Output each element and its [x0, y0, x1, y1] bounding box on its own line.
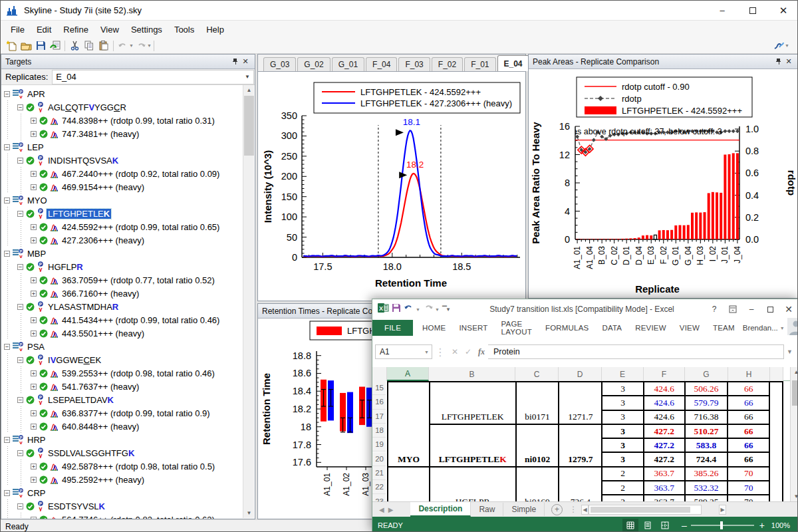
- tree-transition[interactable]: +427.2306+++ (heavy): [1, 233, 243, 247]
- account-menu[interactable]: Brendan... ▼: [743, 324, 785, 332]
- collapse-icon[interactable]: −: [17, 211, 23, 217]
- scroll-down-icon[interactable]: ▼: [244, 508, 254, 518]
- cut-icon[interactable]: [67, 39, 82, 53]
- row-number-16[interactable]: 16: [372, 395, 386, 409]
- cell[interactable]: 506.26: [685, 382, 728, 396]
- tree-transition[interactable]: +492.5878+++ (rdotp 0.98, total ratio 0.…: [1, 460, 243, 473]
- tree-transition[interactable]: +424.5592+++ (rdotp 0.99, total ratio 0.…: [1, 220, 243, 233]
- tree-peptide[interactable]: −PyYLASASTMDHAR: [1, 300, 243, 313]
- cell[interactable]: 716.38: [685, 410, 728, 424]
- replicates-combobox[interactable]: E_04 ▼: [52, 70, 254, 84]
- maximize-button[interactable]: [737, 1, 768, 21]
- expand-icon[interactable]: +: [31, 370, 37, 376]
- pin-icon[interactable]: [773, 57, 783, 67]
- column-header-D[interactable]: D: [559, 367, 602, 381]
- expand-formula-bar-icon[interactable]: ▼: [787, 348, 793, 355]
- cell[interactable]: 3: [602, 452, 644, 466]
- name-box[interactable]: A1 ▼: [375, 344, 432, 359]
- menu-edit[interactable]: Edit: [31, 22, 57, 37]
- scroll-up-icon[interactable]: ▲: [244, 85, 254, 95]
- zoom-level[interactable]: 100%: [771, 521, 790, 529]
- chevron-down-icon[interactable]: ▼: [129, 43, 134, 48]
- expand-icon[interactable]: +: [31, 184, 37, 190]
- ribbon-tab-team[interactable]: TEAM: [706, 320, 741, 336]
- replicate-tab-F_01[interactable]: F_01: [464, 57, 495, 71]
- cell[interactable]: ni0102: [516, 424, 559, 467]
- tree-transition[interactable]: +539.2553++ (rdotp 0.98, total ratio 0.4…: [1, 366, 243, 380]
- cell[interactable]: 579.79: [685, 396, 728, 410]
- collapse-icon[interactable]: −: [17, 304, 23, 310]
- replicate-tab-G_02[interactable]: G_02: [297, 57, 330, 71]
- row-number-17[interactable]: 17: [372, 410, 386, 424]
- minimize-button[interactable]: –: [742, 299, 761, 319]
- tree-peptide[interactable]: −PyLSEPAELTDAVK: [1, 393, 243, 406]
- cancel-icon[interactable]: ✕: [448, 347, 462, 356]
- collapse-icon[interactable]: −: [4, 490, 10, 496]
- scrollbar-thumb[interactable]: [792, 380, 798, 406]
- menu-settings[interactable]: Settings: [125, 22, 168, 37]
- tree-transition[interactable]: +443.5501+++ (heavy): [1, 327, 243, 340]
- replicate-tab-E_04[interactable]: E_04: [497, 55, 529, 71]
- tree-transition[interactable]: +640.8448++ (heavy): [1, 420, 243, 433]
- cell[interactable]: 427.2: [644, 452, 685, 466]
- chevron-down-icon[interactable]: ▼: [435, 307, 440, 312]
- column-header-C[interactable]: C: [515, 367, 559, 381]
- tree-transition[interactable]: +564.7746++ (rdotp 0.83, total ratio 0.6…: [1, 513, 243, 519]
- select-all-corner[interactable]: [372, 367, 387, 381]
- expand-icon[interactable]: +: [31, 384, 37, 390]
- replicate-tab-F_04[interactable]: F_04: [366, 57, 397, 71]
- cell[interactable]: 3: [602, 438, 644, 452]
- tree-transition[interactable]: +363.7059++ (rdotp 0.77, total ratio 0.5…: [1, 273, 243, 287]
- expand-icon[interactable]: +: [31, 410, 37, 416]
- zoom-out-icon[interactable]: –: [682, 520, 687, 531]
- collapse-icon[interactable]: −: [4, 198, 10, 203]
- cell[interactable]: 66: [728, 382, 769, 396]
- cell[interactable]: 3: [602, 410, 644, 424]
- paste-icon[interactable]: [96, 39, 111, 53]
- collapse-icon[interactable]: −: [17, 264, 23, 270]
- cell[interactable]: 70: [728, 481, 769, 495]
- collapse-icon[interactable]: −: [17, 397, 23, 403]
- tree-transition[interactable]: +747.3481++ (heavy): [1, 127, 243, 140]
- sheet-tab-description[interactable]: Description: [410, 502, 471, 517]
- excel-vertical-scrollbar[interactable]: ▲ ▼: [790, 367, 798, 501]
- tree-peptide[interactable]: −PyIVGGWECEK: [1, 353, 243, 366]
- cell[interactable]: 2: [602, 481, 644, 495]
- cell[interactable]: 3: [602, 424, 644, 438]
- new-sheet-icon[interactable]: +: [551, 504, 563, 515]
- cell[interactable]: HGFLPR: [430, 467, 516, 501]
- collapse-icon[interactable]: −: [17, 104, 23, 110]
- copy-icon[interactable]: [82, 39, 96, 53]
- sheet-tab-raw[interactable]: Raw: [471, 503, 503, 516]
- cell[interactable]: 589.25: [685, 495, 728, 501]
- tree-peptide[interactable]: −PyLFTGHPETLEK: [1, 207, 243, 220]
- tree-transition[interactable]: +441.5434+++ (rdotp 0.99, total ratio 0.…: [1, 313, 243, 327]
- cell[interactable]: 724.4: [685, 452, 728, 466]
- tree-transition[interactable]: +636.8377++ (rdotp 0.99, total ratio 0.9…: [1, 406, 243, 420]
- sheet-tab-simple[interactable]: Simple: [503, 503, 545, 516]
- close-icon[interactable]: ✕: [783, 57, 794, 67]
- new-document-icon[interactable]: [4, 39, 19, 53]
- cell[interactable]: 70: [728, 495, 769, 501]
- expand-icon[interactable]: +: [31, 291, 37, 297]
- cell[interactable]: 726.4: [559, 467, 602, 501]
- chevron-down-icon[interactable]: ▼: [416, 307, 420, 312]
- ribbon-tab-file[interactable]: FILE: [372, 320, 413, 336]
- cell[interactable]: 424.6: [644, 396, 685, 410]
- chromatogram-chart[interactable]: LFTGHPETLEK - 424.5592+++LFTGHPETLEK - 4…: [258, 72, 525, 301]
- cell[interactable]: 427.2: [644, 424, 685, 438]
- tree-protein[interactable]: −PyLEP: [1, 140, 243, 154]
- expand-icon[interactable]: +: [31, 118, 37, 124]
- cell[interactable]: bi0171: [516, 382, 559, 424]
- cell[interactable]: 1279.7: [559, 424, 602, 467]
- menu-tools[interactable]: Tools: [168, 22, 200, 37]
- tree-transition[interactable]: +541.7637++ (heavy): [1, 380, 243, 393]
- ribbon-tab-page-layout[interactable]: PAGE LAYOUT: [495, 316, 539, 340]
- ribbon-tab-review[interactable]: REVIEW: [628, 320, 673, 336]
- cell[interactable]: 66: [728, 410, 769, 424]
- undo-icon[interactable]: [404, 303, 414, 315]
- sheet-nav-left-icon[interactable]: ◀: [379, 506, 384, 513]
- column-header-A[interactable]: A: [387, 367, 429, 381]
- collapse-icon[interactable]: −: [4, 144, 10, 150]
- tree-protein[interactable]: −PyMBP: [1, 247, 243, 260]
